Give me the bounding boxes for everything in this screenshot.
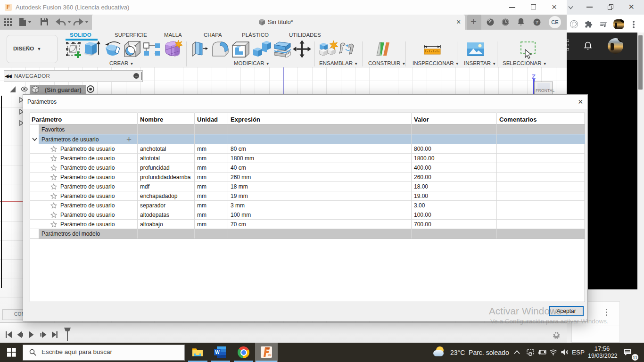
svg-text:?: ? <box>536 19 538 25</box>
svg-text:W: W <box>215 350 220 355</box>
